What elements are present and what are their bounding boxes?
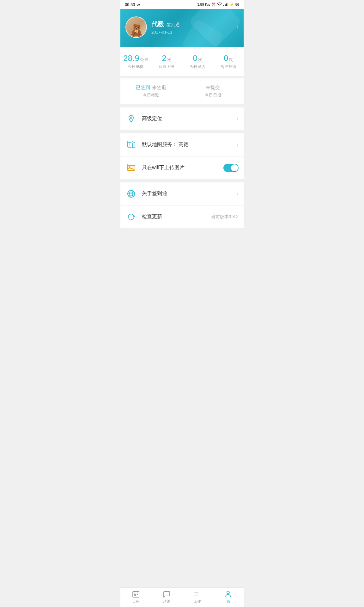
stat-mileage: 28.9 公里 今日里程 xyxy=(120,52,151,71)
svg-rect-23 xyxy=(135,595,136,596)
stat-mileage-number: 28.9 xyxy=(123,54,139,63)
svg-rect-0 xyxy=(223,5,224,6)
nav-chat-label: 沟通 xyxy=(163,599,170,604)
svg-point-28 xyxy=(194,594,195,595)
stat-customer-unit: 次 xyxy=(229,57,233,63)
menu-map-right: › xyxy=(237,141,239,148)
infinite-icon: ∞ xyxy=(137,2,140,7)
stat-location-report: 2 次 位置上报 xyxy=(151,52,182,71)
svg-rect-2 xyxy=(226,3,227,6)
svg-rect-22 xyxy=(134,595,135,596)
stat-customer-visit: 0 次 客户拜访 xyxy=(213,52,244,71)
status-right: 3.89 K/s ⏰ ⚡ 86 xyxy=(197,3,239,7)
wifi-upload-toggle[interactable] xyxy=(223,164,239,172)
nav-item-schedule[interactable]: 日程 xyxy=(120,590,151,604)
stat-store-visit: 0 次 今日巡店 xyxy=(182,52,213,71)
globe-icon xyxy=(125,188,137,199)
header-chevron-right-icon[interactable]: › xyxy=(236,23,239,31)
stat-location-label: 位置上报 xyxy=(154,64,179,70)
menu-about-text: 关于签到通 xyxy=(142,190,237,197)
menu-location-right: › xyxy=(237,115,239,122)
menu-update-text: 检查更新 xyxy=(142,213,211,220)
menu-map-text: 默认地图服务： 高德 xyxy=(142,141,237,148)
stat-customer-number: 0 xyxy=(224,54,228,63)
svg-rect-1 xyxy=(225,4,226,6)
header-banner[interactable]: 代毅 签到通 2017-01-11 › xyxy=(120,9,244,47)
svg-point-4 xyxy=(130,117,132,118)
battery-value: 86 xyxy=(235,3,239,6)
svg-point-27 xyxy=(194,592,195,593)
user-name: 代毅 xyxy=(151,20,164,28)
stats-section: 28.9 公里 今日里程 2 次 位置上报 0 次 今日巡店 xyxy=(120,47,244,76)
svg-point-30 xyxy=(227,591,229,594)
nav-item-chat[interactable]: 沟通 xyxy=(151,590,182,604)
menu-wifi-right[interactable] xyxy=(223,164,239,172)
header-left: 代毅 签到通 2017-01-11 xyxy=(125,16,180,38)
menu-item-wifi-upload[interactable]: 只在wifi下上传图片 xyxy=(120,156,244,179)
section-divider-1 xyxy=(120,104,244,107)
status-time: 09:53 xyxy=(125,2,135,7)
attendance-today-label: 今日考勤 xyxy=(120,92,182,98)
status-bar: 09:53 ∞ 3.89 K/s ⏰ ⚡ xyxy=(120,0,244,9)
current-version: 当前版本3.8.2 xyxy=(211,214,239,220)
stat-store-number: 0 xyxy=(193,54,197,63)
person-icon xyxy=(224,590,232,598)
stat-customer-label: 客户拜访 xyxy=(215,64,241,70)
chevron-right-icon-3: › xyxy=(237,190,239,197)
location-icon xyxy=(125,113,137,125)
checkin-status-green: 已签到 xyxy=(136,85,150,91)
attendance-daily-report[interactable]: 未提交 今日日报 xyxy=(182,83,244,100)
report-status-gray: 未提交 xyxy=(206,85,220,91)
menu-update-right: 当前版本3.8.2 xyxy=(211,214,239,220)
menu-wifi-text: 只在wifi下上传图片 xyxy=(142,164,223,171)
menu-location-text: 高级定位 xyxy=(142,115,237,122)
calendar-icon xyxy=(132,590,140,598)
checkin-status-gray: 未签退 xyxy=(152,85,166,91)
chevron-right-icon-2: › xyxy=(237,141,239,148)
section-divider-2 xyxy=(120,130,244,133)
svg-point-29 xyxy=(194,596,195,597)
menu-section-3: 关于签到通 › 检查更新 当前版本3.8.2 xyxy=(120,182,244,228)
update-icon xyxy=(125,211,137,223)
charging-icon: ⚡ xyxy=(230,3,234,7)
work-icon xyxy=(194,590,201,598)
attendance-report-label: 今日日报 xyxy=(182,92,244,98)
menu-item-map[interactable]: 默认地图服务： 高德 › xyxy=(120,133,244,156)
map-icon xyxy=(125,139,137,150)
signal-icon xyxy=(223,3,228,6)
menu-section-1: 高级定位 › xyxy=(120,107,244,130)
svg-rect-20 xyxy=(135,594,136,595)
attendance-checkin[interactable]: 已签到 未签退 今日考勤 xyxy=(120,83,182,100)
menu-item-update[interactable]: 检查更新 当前版本3.8.2 xyxy=(120,205,244,228)
stat-location-unit: 次 xyxy=(167,57,171,63)
svg-rect-19 xyxy=(134,594,135,595)
stats-grid: 28.9 公里 今日里程 2 次 位置上报 0 次 今日巡店 xyxy=(120,52,244,71)
stat-location-number: 2 xyxy=(162,54,166,63)
chat-icon xyxy=(163,590,170,598)
avatar xyxy=(125,16,147,38)
nav-item-work[interactable]: 工作 xyxy=(182,590,213,604)
nav-schedule-label: 日程 xyxy=(132,599,139,604)
avatar-image xyxy=(126,17,146,37)
wifi-icon xyxy=(217,3,222,6)
svg-rect-3 xyxy=(227,3,228,6)
menu-section-2: 默认地图服务： 高德 › 只在wifi下上传图片 xyxy=(120,133,244,179)
menu-item-location[interactable]: 高级定位 › xyxy=(120,107,244,130)
nav-me-label: 我 xyxy=(227,599,230,604)
user-tag: 签到通 xyxy=(167,22,180,28)
network-speed: 3.89 K/s xyxy=(197,3,210,6)
svg-rect-21 xyxy=(137,594,138,595)
user-date: 2017-01-11 xyxy=(151,30,180,34)
attendance-section: 已签到 未签退 今日考勤 未提交 今日日报 xyxy=(120,76,244,104)
chevron-right-icon: › xyxy=(237,115,239,122)
section-divider-3 xyxy=(120,179,244,182)
status-left: 09:53 ∞ xyxy=(125,2,140,7)
nav-item-me[interactable]: 我 xyxy=(213,590,244,604)
clock-icon: ⏰ xyxy=(211,3,216,7)
toggle-knob xyxy=(231,164,238,171)
menu-item-about[interactable]: 关于签到通 › xyxy=(120,182,244,205)
stat-mileage-unit: 公里 xyxy=(140,57,148,63)
stat-store-label: 今日巡店 xyxy=(185,64,210,70)
image-icon xyxy=(125,162,137,174)
bottom-nav: 日程 沟通 工作 我 xyxy=(120,587,244,607)
